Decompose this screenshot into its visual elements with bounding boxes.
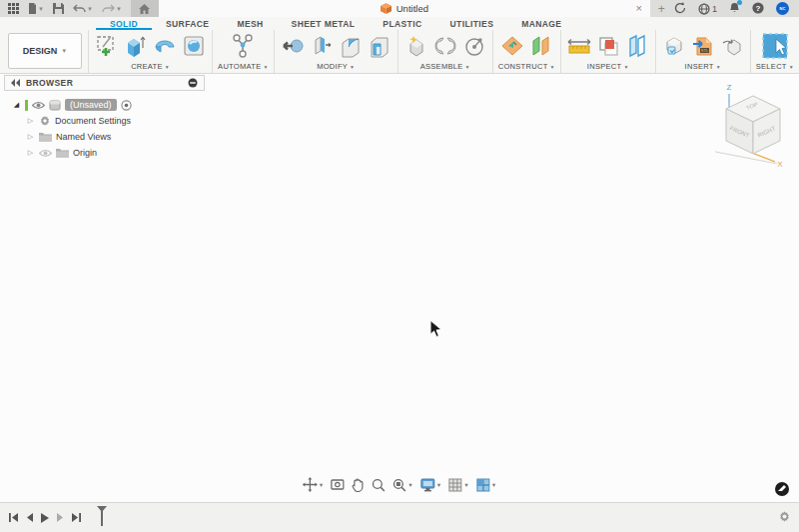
root-expand-icon[interactable]: ◢ [12,101,21,109]
tree-item-named-views[interactable]: ▷ Named Views [12,129,205,145]
tab-utilities[interactable]: UTILITIES [436,17,508,30]
offset-plane-icon[interactable] [528,33,554,59]
ribbon-tools: DESIGN ▼ [0,30,799,73]
inspect-menu[interactable]: INSPECT▼ [587,62,629,72]
notification-dot [737,0,742,5]
workspace-caret: ▼ [61,48,67,54]
expand-icon[interactable]: ▷ [26,133,35,141]
new-component-icon[interactable] [403,33,429,59]
file-menu-icon[interactable]: ▼ [25,0,47,17]
quick-access-toolbar: ▼ ▼ ▼ [0,0,125,17]
look-at-icon[interactable] [331,478,345,491]
workspace-selector[interactable]: DESIGN ▼ [8,33,82,69]
view-cube[interactable]: Z X TOP FRONT RIGHT [707,80,787,170]
display-settings-nav-icon[interactable]: ▼ [420,478,441,492]
create-menu[interactable]: CREATE▼ [131,62,170,72]
visibility-eye-icon[interactable] [32,101,45,110]
modify-label: MODIFY [317,62,348,71]
close-tab-icon[interactable]: × [635,1,641,15]
extensions-icon[interactable]: 1 [698,3,717,15]
shell-icon[interactable] [367,33,393,59]
offset-face-icon[interactable] [309,33,335,59]
select-icon[interactable] [759,32,791,60]
redo-icon[interactable]: ▼ [99,0,125,17]
extrude-icon[interactable] [123,33,149,59]
expand-icon[interactable]: ▷ [26,149,35,157]
zoom-icon[interactable] [372,478,386,492]
root-document-label[interactable]: (Unsaved) [65,99,117,111]
fillet-icon[interactable] [338,33,364,59]
step-forward-icon[interactable] [56,512,65,523]
tab-surface[interactable]: SURFACE [152,17,223,30]
title-bar-right: 1 ? NC [674,2,799,16]
tree-item-origin[interactable]: ▷ Origin [12,145,205,161]
undo-icon[interactable]: ▼ [70,0,96,17]
home-tab[interactable] [131,0,159,17]
orbit-icon[interactable]: ▼ [303,477,324,492]
tab-mesh[interactable]: MESH [223,17,277,30]
go-to-end-icon[interactable] [71,512,82,523]
pan-icon[interactable] [352,478,365,492]
collapse-browser-icon[interactable] [11,79,20,87]
axis-z-label: Z [727,83,732,92]
group-automate: AUTOMATE▼ [212,30,274,73]
play-icon[interactable] [40,512,50,524]
tab-plastic[interactable]: PLASTIC [369,17,435,30]
notifications-bell-icon[interactable] [729,2,740,16]
tab-solid[interactable]: SOLID [96,17,152,30]
construction-plane-icon[interactable] [499,33,525,59]
section-analysis-icon[interactable] [595,33,621,59]
document-tab[interactable]: Untitled × [159,0,650,17]
help-icon[interactable]: ? [752,2,764,16]
tab-manage[interactable]: MANAGE [507,17,575,30]
group-create: CREATE▼ [88,30,212,73]
insert-mcmaster-icon[interactable] [719,33,745,59]
joint-icon[interactable] [432,33,458,59]
automate-label: AUTOMATE [218,62,261,71]
tree-item-document-settings[interactable]: ▷ Document Settings [12,113,205,129]
group-modify: MODIFY▼ [274,30,398,73]
press-pull-icon[interactable] [280,33,306,59]
tree-root-row[interactable]: ◢ (Unsaved) [12,97,205,113]
create-sketch-icon[interactable] [94,33,120,59]
construct-menu[interactable]: CONSTRUCT▼ [498,62,555,72]
interference-icon[interactable] [624,33,650,59]
timeline-position-marker[interactable] [96,505,108,531]
component-icon [49,99,61,111]
timeline-bar [0,502,799,532]
user-avatar[interactable]: NC [776,2,789,15]
select-menu[interactable]: SELECT▼ [756,62,794,72]
group-insert: STL INSERT▼ [655,30,750,73]
group-inspect: INSPECT▼ [560,30,655,73]
visibility-off-eye-icon[interactable] [39,149,52,158]
assemble-menu[interactable]: ASSEMBLE▼ [420,62,470,72]
activate-component-icon[interactable] [121,100,132,111]
file-menu-caret: ▼ [38,6,44,12]
expand-icon[interactable]: ▷ [26,117,35,125]
go-to-start-icon[interactable] [8,512,19,523]
insert-menu[interactable]: INSERT▼ [685,62,721,72]
undo-caret: ▼ [87,6,93,12]
save-icon[interactable] [50,0,67,17]
insert-derive-icon[interactable] [661,33,687,59]
grid-layout-icon[interactable]: ▼ [448,478,468,492]
measure-icon[interactable] [566,33,592,59]
job-status-icon[interactable] [674,2,686,16]
fit-icon[interactable]: ▼ [393,478,412,492]
automate-configure-icon[interactable] [230,33,256,59]
viewports-icon[interactable]: ▼ [476,478,496,492]
assistant-bubble-icon[interactable] [775,482,789,496]
as-built-joint-icon[interactable] [461,33,487,59]
timeline-settings-gear-icon[interactable] [778,510,799,526]
step-back-icon[interactable] [25,512,34,523]
new-tab-icon[interactable]: + [650,2,673,16]
insert-mesh-icon[interactable]: STL [690,33,716,59]
data-panel-icon[interactable] [5,0,22,17]
tab-sheet-metal[interactable]: SHEET METAL [278,17,370,30]
automate-menu[interactable]: AUTOMATE▼ [218,62,269,72]
revolve-icon[interactable] [152,33,178,59]
modeling-canvas[interactable]: BROWSER ◢ (Unsaved) ▷ Document Settings [0,75,799,502]
hole-icon[interactable] [181,33,207,59]
modify-menu[interactable]: MODIFY▼ [317,62,355,72]
display-settings-icon[interactable] [188,78,198,88]
